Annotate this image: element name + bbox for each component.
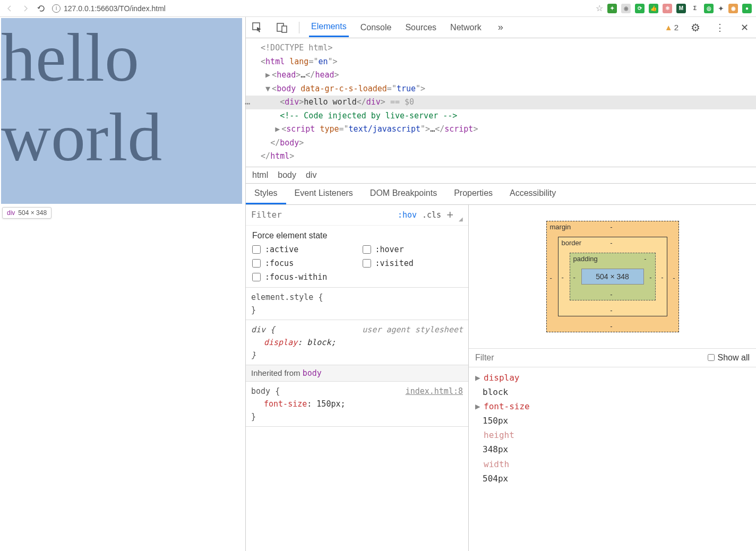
browser-toolbar: i 127.0.0.1:56603/TO/index.html ☆ ✦ ◉ ⟳ … (0, 0, 756, 17)
page-viewport: hello world div 504 × 348 (0, 17, 245, 551)
ext-puzzle-icon[interactable]: ✦ (718, 4, 724, 13)
device-toggle-icon[interactable] (274, 20, 289, 35)
forward-button[interactable] (20, 3, 31, 14)
inherited-link[interactable]: body (303, 368, 322, 378)
url-text[interactable]: 127.0.0.1:56603/TO/index.html (64, 4, 166, 13)
subtab-styles[interactable]: Styles (246, 184, 286, 204)
kebab-menu-icon[interactable]: ⋮ (712, 20, 727, 35)
ext-icon-6[interactable]: M (676, 4, 686, 13)
state-active[interactable]: :active (252, 245, 352, 254)
site-info-icon[interactable]: i (52, 4, 61, 13)
reload-button[interactable] (36, 3, 47, 14)
dom-div-selected[interactable]: ⋯ <div>hello world</div> == $0 (246, 96, 756, 109)
tooltip-dims: 504 × 348 (18, 209, 47, 217)
rule-div[interactable]: user agent stylesheetdiv { display: bloc… (246, 320, 468, 365)
tab-elements[interactable]: Elements (309, 18, 349, 37)
subtab-dom-breakpoints[interactable]: DOM Breakpoints (362, 184, 445, 204)
box-model[interactable]: margin - - - - border - - - - (546, 221, 679, 332)
ext-icon-5[interactable]: ⚛ (663, 4, 672, 13)
styles-filter-input[interactable] (251, 210, 392, 220)
ext-icon-7[interactable]: Σ (690, 4, 700, 13)
hov-button[interactable]: :hov (398, 210, 417, 220)
tab-sources[interactable]: Sources (403, 19, 439, 37)
svg-rect-2 (282, 26, 287, 32)
tab-console[interactable]: Console (358, 19, 394, 37)
extensions-area: ☆ ✦ ◉ ⟳ 👍 ⚛ M Σ ◎ ✦ ◉ ● (596, 3, 752, 13)
subtab-accessibility[interactable]: Accessibility (501, 184, 564, 204)
ext-icon-10[interactable]: ● (742, 4, 752, 13)
inherited-from-bar: Inherited from body (246, 365, 468, 382)
ext-icon-3[interactable]: ⟳ (635, 4, 645, 13)
force-state-title: Force element state (252, 231, 462, 240)
computed-font-size[interactable]: ▶font-size (475, 399, 750, 414)
ext-icon-9[interactable]: ◉ (728, 4, 738, 13)
state-focus-within[interactable]: :focus-within (252, 272, 352, 282)
dom-comment[interactable]: <!-- Code injected by live-server --> (251, 109, 751, 123)
dom-html-close[interactable]: </html> (251, 150, 751, 163)
dom-doctype[interactable]: <!DOCTYPE html> (251, 41, 751, 55)
box-content: 504 × 348 (581, 269, 644, 285)
dom-body[interactable]: ▼<body data-gr-c-s-loaded="true"> (251, 82, 751, 96)
computed-height[interactable]: height (475, 428, 750, 442)
star-icon[interactable]: ☆ (596, 3, 603, 13)
subtab-event-listeners[interactable]: Event Listeners (286, 184, 362, 204)
devtools-tabbar: Elements Console Sources Network » ▲ 2 ⚙… (246, 17, 756, 38)
styles-pane: :hov .cls + ◢ Force element state :activ… (246, 205, 469, 552)
element-tooltip: div 504 × 348 (2, 207, 51, 219)
warning-count: 2 (674, 23, 678, 32)
ext-icon-1[interactable]: ✦ (607, 4, 617, 13)
dom-script[interactable]: ▶<script type="text/javascript">…</scrip… (251, 123, 751, 136)
computed-width[interactable]: width (475, 457, 750, 471)
warnings-badge[interactable]: ▲ 2 (665, 23, 678, 32)
computed-pane: margin - - - - border - - - - (469, 205, 756, 552)
ext-icon-2[interactable]: ◉ (621, 4, 631, 13)
warning-icon: ▲ (665, 23, 673, 32)
breadcrumb-div[interactable]: div (306, 170, 316, 180)
back-button[interactable] (4, 3, 15, 14)
more-tabs-icon[interactable]: » (493, 20, 508, 35)
tooltip-tag: div (7, 209, 15, 217)
subtab-properties[interactable]: Properties (445, 184, 501, 204)
breadcrumb-body[interactable]: body (278, 170, 296, 180)
breadcrumb-html[interactable]: html (252, 170, 268, 180)
rule-element-style[interactable]: element.style { } (246, 288, 468, 320)
new-rule-button[interactable]: + (446, 208, 453, 222)
inspect-icon[interactable] (250, 20, 265, 35)
computed-display[interactable]: ▶display (475, 371, 750, 385)
page-div-selected[interactable]: hello world (1, 18, 242, 204)
ext-icon-4[interactable]: 👍 (649, 4, 658, 13)
dom-html[interactable]: <html lang="en"> (251, 55, 751, 69)
cls-button[interactable]: .cls (422, 210, 441, 220)
ext-icon-8[interactable]: ◎ (704, 4, 714, 13)
state-hover[interactable]: :hover (363, 245, 462, 254)
rule-body[interactable]: index.html:8body { font-size: 150px; } (246, 382, 468, 427)
devtools-panel: Elements Console Sources Network » ▲ 2 ⚙… (245, 17, 756, 551)
dom-tree[interactable]: <!DOCTYPE html> <html lang="en"> ▶<head>… (246, 38, 756, 167)
force-element-state: Force element state :active :hover :focu… (246, 226, 468, 288)
close-devtools-icon[interactable]: ✕ (737, 20, 752, 35)
state-focus[interactable]: :focus (252, 259, 352, 268)
dom-head[interactable]: ▶<head>…</head> (251, 68, 751, 82)
state-visited[interactable]: :visited (363, 259, 462, 268)
tab-network[interactable]: Network (448, 19, 484, 37)
breadcrumb: html body div (246, 167, 756, 184)
computed-list: ▶display block ▶font-size 150px height 3… (469, 367, 756, 489)
styles-subtabs: Styles Event Listeners DOM Breakpoints P… (246, 184, 756, 205)
computed-filter-input[interactable] (475, 353, 702, 363)
dom-body-close[interactable]: </body> (251, 136, 751, 150)
show-all-checkbox[interactable]: Show all (708, 353, 750, 363)
settings-icon[interactable]: ⚙ (688, 20, 703, 35)
resize-corner-icon[interactable]: ◢ (459, 216, 463, 222)
source-link[interactable]: index.html:8 (406, 385, 463, 398)
